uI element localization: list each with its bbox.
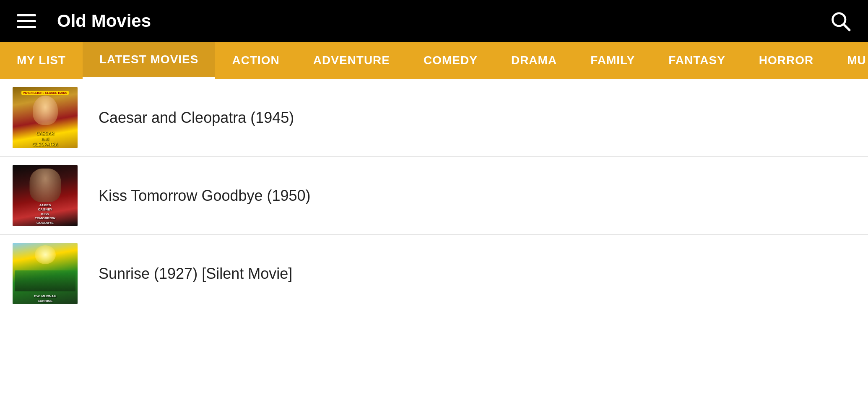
nav-item-music[interactable]: MU — [830, 42, 868, 79]
list-item[interactable]: F.W. MURNAUSUNRISE Sunrise (1927) [Silen… — [0, 235, 868, 312]
header-left: Old Movies — [17, 11, 151, 31]
list-item[interactable]: JAMESCAGNEYKISSTOMORROWGOODBYE Kiss Tomo… — [0, 157, 868, 235]
movie-title: Kiss Tomorrow Goodbye (1950) — [99, 187, 311, 205]
nav-item-fantasy[interactable]: FANTASY — [652, 42, 742, 79]
nav-item-drama[interactable]: DRAMA — [494, 42, 574, 79]
nav-item-comedy[interactable]: COMEDY — [407, 42, 494, 79]
nav-item-horror[interactable]: HORROR — [742, 42, 830, 79]
movie-title: Caesar and Cleopatra (1945) — [99, 109, 294, 127]
nav-bar: MY LIST LATEST MOVIES ACTION ADVENTURE C… — [0, 42, 868, 79]
nav-item-my-list[interactable]: MY LIST — [0, 42, 83, 79]
nav-item-adventure[interactable]: ADVENTURE — [296, 42, 407, 79]
nav-item-family[interactable]: FAMILY — [574, 42, 652, 79]
app-header: Old Movies — [0, 0, 868, 42]
menu-icon[interactable] — [17, 14, 36, 28]
movie-list: VIVIEN LEIGH • CLAUDE RAINS CAESARandCLE… — [0, 79, 868, 312]
movie-poster: F.W. MURNAUSUNRISE — [13, 243, 78, 304]
list-item[interactable]: VIVIEN LEIGH • CLAUDE RAINS CAESARandCLE… — [0, 79, 868, 157]
nav-item-latest-movies[interactable]: LATEST MOVIES — [83, 42, 216, 79]
movie-poster: JAMESCAGNEYKISSTOMORROWGOODBYE — [13, 165, 78, 226]
svg-line-1 — [844, 24, 850, 30]
app-title: Old Movies — [57, 11, 151, 31]
movie-poster: VIVIEN LEIGH • CLAUDE RAINS CAESARandCLE… — [13, 87, 78, 148]
nav-item-action[interactable]: ACTION — [215, 42, 296, 79]
search-icon[interactable] — [829, 10, 851, 32]
movie-title: Sunrise (1927) [Silent Movie] — [99, 265, 292, 283]
